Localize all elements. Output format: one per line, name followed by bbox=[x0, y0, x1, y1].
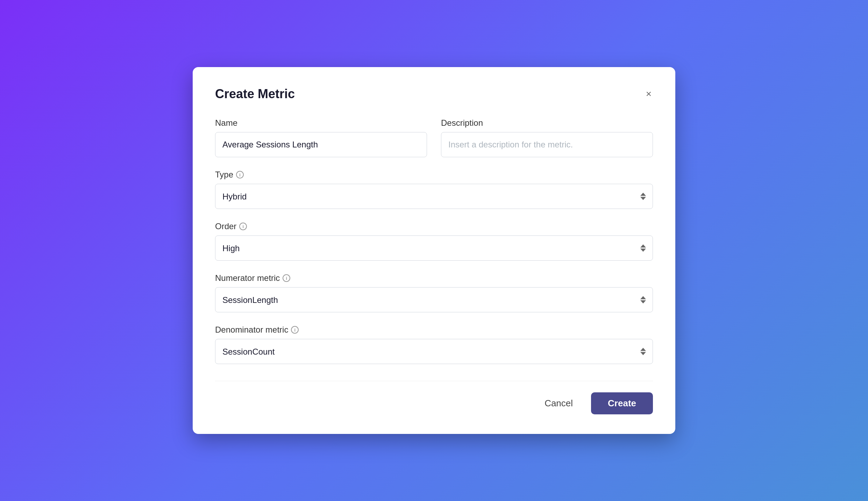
order-field-group: Order i High Low bbox=[215, 222, 653, 261]
modal-title: Create Metric bbox=[215, 87, 295, 101]
type-select[interactable]: Hybrid Simple Ratio bbox=[215, 184, 653, 209]
modal-header: Create Metric × bbox=[215, 87, 653, 101]
denominator-field-group: Denominator metric i SessionCount bbox=[215, 325, 653, 364]
close-button[interactable]: × bbox=[645, 88, 653, 100]
description-input[interactable] bbox=[441, 132, 653, 157]
type-info-icon: i bbox=[236, 171, 244, 179]
type-field-group: Type i Hybrid Simple Ratio bbox=[215, 170, 653, 209]
numerator-select[interactable]: SessionLength bbox=[215, 287, 653, 312]
order-select-wrapper: High Low bbox=[215, 235, 653, 261]
create-button[interactable]: Create bbox=[591, 392, 653, 414]
denominator-select-wrapper: SessionCount bbox=[215, 339, 653, 364]
numerator-label: Numerator metric i bbox=[215, 273, 653, 283]
modal-footer: Cancel Create bbox=[215, 381, 653, 414]
modal-overlay: Create Metric × Name Description Type i … bbox=[0, 0, 868, 501]
description-field-group: Description bbox=[441, 118, 653, 157]
cancel-button[interactable]: Cancel bbox=[535, 392, 583, 414]
name-description-row: Name Description bbox=[215, 118, 653, 157]
denominator-select[interactable]: SessionCount bbox=[215, 339, 653, 364]
numerator-field-group: Numerator metric i SessionLength bbox=[215, 273, 653, 312]
name-field-group: Name bbox=[215, 118, 427, 157]
type-select-wrapper: Hybrid Simple Ratio bbox=[215, 184, 653, 209]
numerator-info-icon: i bbox=[283, 274, 290, 282]
denominator-label: Denominator metric i bbox=[215, 325, 653, 335]
numerator-select-wrapper: SessionLength bbox=[215, 287, 653, 312]
create-metric-modal: Create Metric × Name Description Type i … bbox=[193, 67, 675, 434]
description-label: Description bbox=[441, 118, 653, 128]
type-label: Type i bbox=[215, 170, 653, 180]
order-label: Order i bbox=[215, 222, 653, 231]
name-label: Name bbox=[215, 118, 427, 128]
name-input[interactable] bbox=[215, 132, 427, 157]
order-select[interactable]: High Low bbox=[215, 235, 653, 261]
denominator-info-icon: i bbox=[291, 326, 299, 334]
order-info-icon: i bbox=[239, 223, 247, 230]
